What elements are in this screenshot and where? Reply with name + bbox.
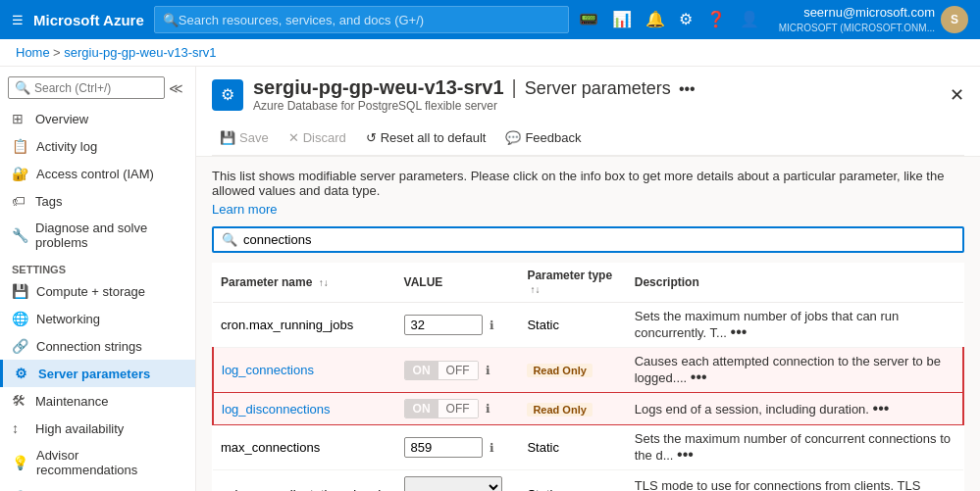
discard-label: Discard — [303, 130, 346, 145]
sidebar-item-advisor[interactable]: 💡 Advisor recommendations — [0, 442, 195, 483]
col-header-desc: Description — [627, 263, 963, 303]
sidebar-label-high-availability: High availability — [35, 421, 124, 436]
reset-icon: ↺ — [366, 130, 377, 145]
top-navigation: ☰ Microsoft Azure 🔍 📟 📊 🔔 ⚙ ❓ 👤 seernu@m… — [0, 0, 980, 39]
toggle-on-option[interactable]: ON — [405, 400, 438, 417]
search-icon: 🔍 — [15, 80, 30, 95]
sidebar-label-activity-log: Activity log — [36, 139, 97, 154]
param-name-link[interactable]: log_connections — [222, 363, 314, 377]
param-type: Static — [527, 318, 559, 332]
sidebar-item-networking[interactable]: 🌐 Networking — [0, 305, 195, 332]
discard-button[interactable]: ✕ Discard — [281, 126, 354, 149]
save-button[interactable]: 💾 Save — [212, 126, 277, 149]
learn-more-link[interactable]: Learn more — [212, 202, 277, 217]
connection-strings-icon: 🔗 — [12, 338, 28, 354]
sidebar-item-compute[interactable]: 💾 Compute + storage — [0, 277, 195, 305]
sidebar-item-server-parameters[interactable]: ⚙ Server parameters — [0, 360, 195, 387]
close-button[interactable]: ✕ — [950, 84, 964, 106]
breadcrumb-home[interactable]: Home — [16, 45, 50, 60]
toggle-off-option[interactable]: OFF — [438, 400, 478, 417]
param-toggle-disabled[interactable]: ON OFF — [404, 361, 479, 380]
feedback-icon[interactable]: 👤 — [740, 10, 759, 28]
param-description: TLS mode to use for connections from cli… — [635, 478, 921, 491]
server-params-icon: ⚙ — [15, 366, 30, 381]
sidebar-search-input[interactable] — [34, 81, 158, 95]
sidebar-item-maintenance[interactable]: 🛠 Maintenance — [0, 387, 195, 415]
reset-button[interactable]: ↺ Reset all to default — [358, 126, 494, 149]
info-icon[interactable]: ℹ — [490, 319, 494, 332]
param-type: Static — [527, 440, 559, 455]
help-icon[interactable]: ❓ — [706, 10, 726, 28]
content-area: ⚙ sergiu-pg-gp-weu-v13-srv1 | Server par… — [196, 67, 980, 491]
param-value-input[interactable] — [404, 437, 483, 458]
settings-section-label: Settings — [0, 256, 195, 277]
param-name: pgbouncer.client_tls_sslmode — [221, 487, 388, 491]
info-icon[interactable]: ℹ — [486, 402, 490, 416]
param-table: Parameter name ↑↓ VALUE Parameter type ↑… — [212, 263, 964, 491]
global-search[interactable]: 🔍 — [154, 6, 569, 33]
hamburger-icon[interactable]: ☰ — [12, 13, 24, 27]
sidebar-item-diagnose[interactable]: 🔧 Diagnose and solve problems — [0, 215, 195, 256]
user-avatar[interactable]: S — [941, 6, 968, 33]
param-search-icon: 🔍 — [222, 232, 237, 247]
param-search-input[interactable] — [243, 232, 954, 247]
tags-icon: 🏷 — [12, 193, 27, 209]
sidebar-item-connection-strings[interactable]: 🔗 Connection strings — [0, 332, 195, 360]
user-tenant: MICROSOFT (MICROSOFT.ONM... — [779, 22, 935, 34]
user-email: seernu@microsoft.com — [779, 5, 935, 22]
more-icon[interactable]: ••• — [679, 80, 696, 98]
sidebar-item-overview[interactable]: ⊞ Overview — [0, 105, 195, 132]
row-more-options[interactable]: ••• — [731, 323, 748, 340]
param-name: max_connections — [221, 440, 320, 455]
directory-icon[interactable]: 📊 — [612, 10, 632, 28]
toggle-on-option[interactable]: ON — [405, 362, 438, 379]
compute-icon: 💾 — [12, 283, 28, 299]
nav-icons: 📟 📊 🔔 ⚙ ❓ 👤 seernu@microsoft.com MICROSO… — [579, 5, 968, 34]
sidebar-item-high-availability[interactable]: ↕ High availability — [0, 415, 195, 442]
settings-icon[interactable]: ⚙ — [679, 10, 693, 28]
maintenance-icon: 🛠 — [12, 393, 27, 409]
param-value-input[interactable] — [404, 315, 483, 335]
param-type: Static — [527, 487, 559, 491]
page-title-group: sergiu-pg-gp-weu-v13-srv1 | Server param… — [253, 76, 696, 113]
reset-label: Reset all to default — [381, 130, 487, 145]
table-row: log_connections ON OFF ℹRead OnlyCauses … — [213, 348, 963, 393]
sidebar-collapse-button[interactable]: ≪ — [165, 80, 187, 96]
row-more-options[interactable]: ••• — [691, 368, 707, 385]
info-icon[interactable]: ℹ — [486, 364, 490, 377]
toolbar: 💾 Save ✕ Discard ↺ Reset all to default … — [212, 121, 964, 156]
main-layout: 🔍 ≪ ⊞ Overview 📋 Activity log 🔐 Access c… — [0, 67, 980, 491]
sidebar-item-activity-log[interactable]: 📋 Activity log — [0, 132, 195, 160]
user-profile[interactable]: seernu@microsoft.com MICROSOFT (MICROSOF… — [779, 5, 968, 34]
info-icon[interactable]: ℹ — [490, 441, 494, 455]
feedback-icon: 💬 — [505, 130, 521, 145]
param-search-box[interactable]: 🔍 — [212, 226, 964, 253]
type-sort-icon[interactable]: ↑↓ — [530, 284, 540, 295]
toggle-off-option[interactable]: OFF — [438, 362, 478, 379]
advisor-icon: 💡 — [12, 455, 28, 470]
table-row: cron.max_running_jobs ℹStaticSets the ma… — [213, 303, 963, 348]
content-body: This list shows modifiable server parame… — [196, 157, 980, 491]
sidebar-item-access-control[interactable]: 🔐 Access control (IAM) — [0, 160, 195, 187]
param-select[interactable] — [404, 476, 502, 491]
name-sort-icon[interactable]: ↑↓ — [319, 277, 329, 288]
feedback-button[interactable]: 💬 Feedback — [497, 126, 589, 149]
param-toggle-disabled[interactable]: ON OFF — [404, 399, 479, 418]
param-name-link[interactable]: log_disconnections — [222, 402, 331, 417]
cloud-shell-icon[interactable]: 📟 — [579, 10, 598, 28]
param-table-container: Parameter name ↑↓ VALUE Parameter type ↑… — [212, 263, 964, 491]
row-more-options[interactable]: ••• — [677, 446, 694, 463]
sidebar-label-advisor: Advisor recommendations — [36, 448, 183, 477]
breadcrumb-resource[interactable]: sergiu-pg-gp-weu-v13-srv1 — [64, 45, 216, 60]
search-icon: 🔍 — [163, 13, 179, 27]
param-description: Logs end of a session, including duratio… — [635, 402, 869, 417]
global-search-input[interactable] — [179, 13, 560, 27]
row-more-options[interactable]: ••• — [873, 400, 890, 417]
user-info: seernu@microsoft.com MICROSOFT (MICROSOF… — [779, 5, 935, 34]
notifications-icon[interactable]: 🔔 — [645, 10, 665, 28]
sidebar-item-tags[interactable]: 🏷 Tags — [0, 187, 195, 215]
networking-icon: 🌐 — [12, 311, 28, 326]
page-title-actions: ✕ — [950, 84, 964, 106]
sidebar-search[interactable]: 🔍 — [8, 76, 165, 99]
sidebar-item-locks[interactable]: 🔒 Locks — [0, 483, 195, 491]
